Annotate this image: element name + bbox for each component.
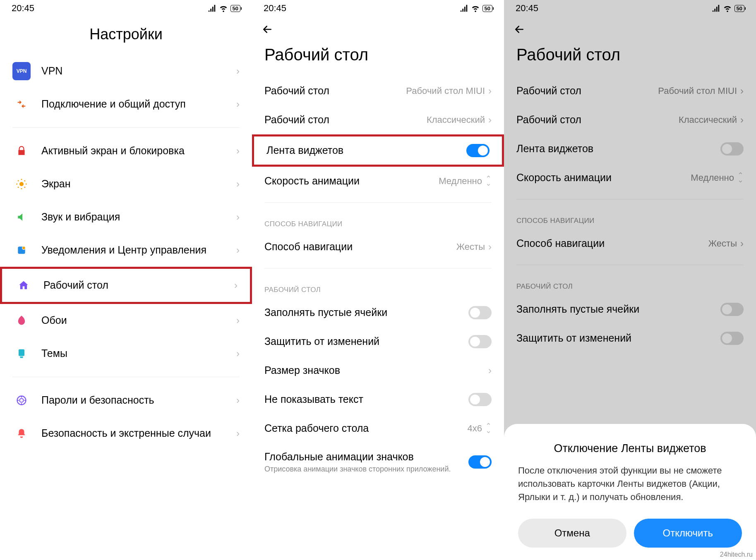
chevron-right-icon: › (488, 241, 492, 253)
row-label: Пароли и безопасность (41, 394, 236, 407)
status-indicators: 50 (459, 4, 492, 13)
settings-row[interactable]: Заполнять пустые ячейки (504, 295, 756, 324)
settings-row[interactable]: Рабочий столРабочий стол MIUI› (252, 77, 504, 105)
settings-row[interactable]: Способ навигацииЖесты› (252, 232, 504, 261)
row-label: Рабочий стол (264, 84, 406, 97)
sun-icon (12, 175, 31, 193)
back-button[interactable] (252, 17, 504, 40)
page-title: Рабочий стол (252, 40, 504, 77)
settings-row[interactable]: Подключение и общий доступ› (0, 88, 252, 121)
toggle-switch[interactable] (468, 306, 492, 319)
chevron-right-icon: › (236, 65, 240, 77)
section-header-navigation: СПОСОБ НАВИГАЦИИ (504, 206, 756, 229)
settings-row[interactable]: Темы› (0, 337, 252, 370)
settings-row[interactable]: Скорость анимацииМедленно⌃⌄ (504, 163, 756, 192)
row-label: Глобальные анимации значков (264, 450, 468, 463)
status-time: 20:45 (12, 3, 34, 14)
chevron-right-icon: › (236, 428, 240, 439)
settings-row[interactable]: Пароли и безопасность› (0, 384, 252, 417)
updown-icon: ⌃⌄ (485, 424, 492, 433)
settings-row[interactable]: Уведомления и Центр управления› (0, 234, 252, 267)
toggle-switch[interactable] (468, 335, 492, 348)
chevron-right-icon: › (740, 238, 744, 249)
row-label: Лента виджетов (266, 144, 466, 157)
settings-row[interactable]: Лента виджетов (252, 134, 504, 167)
svg-rect-5 (20, 357, 23, 358)
chevron-right-icon: › (488, 114, 492, 126)
toggle-switch[interactable] (468, 393, 492, 406)
toggle-switch[interactable] (720, 303, 744, 316)
pass-icon (12, 391, 31, 409)
lock-icon (12, 142, 31, 160)
divider (12, 377, 240, 377)
dialog-body: После отключения этой функции вы не смож… (518, 464, 742, 504)
toggle-switch[interactable] (468, 455, 492, 469)
page-title: Рабочий стол (504, 40, 756, 77)
row-value: Рабочий стол MIUI (406, 86, 485, 96)
chevron-right-icon: › (488, 365, 492, 376)
settings-row[interactable]: Сетка рабочего стола4x6⌃⌄ (252, 414, 504, 443)
divider (264, 268, 492, 268)
chevron-right-icon: › (236, 395, 240, 406)
divider (516, 265, 744, 265)
battery-indicator: 50 (734, 5, 744, 12)
row-value: Классический (427, 115, 485, 125)
toggle-switch[interactable] (466, 144, 490, 157)
page-title: Настройки (0, 17, 252, 55)
settings-row[interactable]: Рабочий столКлассический› (252, 105, 504, 134)
chevron-right-icon: › (236, 244, 240, 256)
settings-row[interactable]: Не показывать текст (252, 385, 504, 414)
row-value: Рабочий стол MIUI (658, 86, 737, 96)
screen-desktop-dialog: 20:45 50 Рабочий стол Рабочий столРабочи… (504, 0, 756, 560)
row-label: Темы (41, 347, 236, 360)
sound-icon (12, 208, 31, 226)
signal-icon (207, 4, 216, 13)
battery-indicator: 50 (482, 5, 492, 12)
row-value: Медленно (439, 176, 482, 187)
row-label: Защитить от изменений (264, 335, 468, 348)
signal-icon (459, 4, 468, 13)
settings-row[interactable]: Защитить от изменений (252, 327, 504, 356)
settings-row[interactable]: Скорость анимацииМедленно⌃⌄ (252, 167, 504, 196)
settings-row[interactable]: Рабочий столРабочий стол MIUI› (504, 77, 756, 105)
settings-row[interactable]: Экран› (0, 168, 252, 201)
settings-row[interactable]: VPNVPN› (0, 55, 252, 88)
row-label: Экран (41, 177, 236, 190)
cancel-button[interactable]: Отмена (518, 519, 626, 548)
row-label: Заполнять пустые ячейки (264, 306, 468, 319)
settings-row[interactable]: Рабочий столКлассический› (504, 105, 756, 134)
chevron-right-icon: › (236, 98, 240, 110)
settings-row[interactable]: Безопасность и экстренные случаи› (0, 417, 252, 450)
section-header-navigation: СПОСОБ НАВИГАЦИИ (252, 209, 504, 232)
disable-button[interactable]: Отключить (634, 519, 742, 548)
toggle-switch[interactable] (720, 332, 744, 345)
chevron-right-icon: › (740, 114, 744, 126)
settings-row[interactable]: Лента виджетов (504, 134, 756, 163)
settings-row[interactable]: Размер значков› (252, 356, 504, 385)
chevron-right-icon: › (236, 348, 240, 359)
status-bar: 20:45 50 (504, 0, 756, 17)
status-time: 20:45 (264, 3, 286, 14)
battery-indicator: 50 (230, 5, 240, 12)
settings-row[interactable]: Заполнять пустые ячейки (252, 298, 504, 327)
row-label: VPN (41, 65, 236, 77)
attribution: 24hitech.ru (720, 551, 753, 558)
chevron-right-icon: › (488, 85, 492, 97)
chevron-right-icon: › (236, 211, 240, 223)
row-label: Активный экран и блокировка (41, 144, 236, 157)
settings-row[interactable]: Звук и вибрация› (0, 201, 252, 234)
settings-row[interactable]: Активный экран и блокировка› (0, 134, 252, 168)
toggle-switch[interactable] (720, 142, 744, 156)
back-button[interactable] (504, 17, 756, 40)
settings-row[interactable]: Защитить от изменений (504, 324, 756, 353)
settings-row[interactable]: Рабочий стол› (0, 267, 252, 304)
share-icon (12, 95, 31, 113)
svg-point-0 (19, 182, 24, 186)
divider (264, 202, 492, 203)
chevron-right-icon: › (236, 178, 240, 190)
settings-row[interactable]: Глобальные анимации значковОтрисовка ани… (252, 443, 504, 481)
row-value: Классический (679, 115, 737, 125)
settings-row[interactable]: Обои› (0, 304, 252, 337)
settings-row[interactable]: Способ навигацииЖесты› (504, 229, 756, 258)
row-value: Жесты (456, 242, 485, 252)
